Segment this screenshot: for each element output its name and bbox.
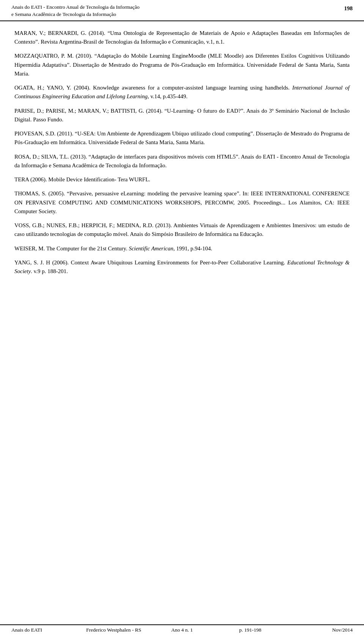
list-item: MARAN, V.; BERNARDI, G. (2014). “Uma Ont… bbox=[14, 29, 350, 47]
footer-location: Frederico Westphalen - RS bbox=[80, 627, 148, 633]
list-item: PARISE, D.; PARISE, M.; MARAN, V.; BATTI… bbox=[14, 107, 350, 124]
reference-text: ROSA, D.; SILVA, T.L. (2013). “Adaptação… bbox=[14, 152, 350, 170]
reference-text: TERA (2006). Mobile Device Identificatio… bbox=[14, 175, 350, 184]
list-item: ROSA, D.; SILVA, T.L. (2013). “Adaptação… bbox=[14, 152, 350, 170]
header-title-line2: e Semana Acadêmica de Tecnologia da Info… bbox=[11, 11, 140, 18]
footer-date: Nov/2014 bbox=[284, 627, 353, 633]
list-item: YANG, S. J. H (2006). Context Aware Ubiq… bbox=[14, 258, 350, 276]
footer-pages: p. 191-198 bbox=[216, 627, 284, 633]
page-footer: Anais do EATI Frederico Westphalen - RS … bbox=[0, 624, 364, 635]
list-item: WEISER, M. The Computer for the 21st Cen… bbox=[14, 244, 350, 253]
header-page-number: 198 bbox=[344, 4, 353, 12]
page-container: Anais do EATI - Encontro Anual de Tecnol… bbox=[0, 0, 364, 635]
footer-volume: Ano 4 n. 1 bbox=[148, 627, 216, 633]
list-item: TERA (2006). Mobile Device Identificatio… bbox=[14, 175, 350, 184]
list-item: OGATA, H.; YANO, Y. (2004). Knowledge aw… bbox=[14, 83, 350, 101]
list-item: THOMAS, S. (2005). “Pervasive, persuasiv… bbox=[14, 189, 350, 216]
reference-text: PIOVESAN, S.D. (2011). “U-SEA: Um Ambien… bbox=[14, 129, 350, 147]
reference-text: VOSS, G.B.; NUNES, F.B.; HERPICH, F.; ME… bbox=[14, 221, 350, 239]
reference-text: PARISE, D.; PARISE, M.; MARAN, V.; BATTI… bbox=[14, 107, 350, 124]
list-item: VOSS, G.B.; NUNES, F.B.; HERPICH, F.; ME… bbox=[14, 221, 350, 239]
reference-text: THOMAS, S. (2005). “Pervasive, persuasiv… bbox=[14, 189, 350, 216]
reference-text: WEISER, M. The Computer for the 21st Cen… bbox=[14, 244, 350, 253]
header-title: Anais do EATI - Encontro Anual de Tecnol… bbox=[11, 4, 140, 18]
list-item: PIOVESAN, S.D. (2011). “U-SEA: Um Ambien… bbox=[14, 129, 350, 147]
page-header: Anais do EATI - Encontro Anual de Tecnol… bbox=[0, 0, 364, 21]
reference-text: MARAN, V.; BERNARDI, G. (2014). “Uma Ont… bbox=[14, 29, 350, 47]
footer-journal: Anais do EATI bbox=[11, 627, 80, 633]
reference-text: MOZZAQUATRO, P. M. (2010). “Adaptação do… bbox=[14, 52, 350, 78]
list-item: MOZZAQUATRO, P. M. (2010). “Adaptação do… bbox=[14, 52, 350, 78]
header-title-line1: Anais do EATI - Encontro Anual de Tecnol… bbox=[11, 4, 140, 11]
reference-text: OGATA, H.; YANO, Y. (2004). Knowledge aw… bbox=[14, 83, 350, 101]
reference-text: YANG, S. J. H (2006). Context Aware Ubiq… bbox=[14, 258, 350, 276]
main-content: MARAN, V.; BERNARDI, G. (2014). “Uma Ont… bbox=[0, 21, 364, 624]
